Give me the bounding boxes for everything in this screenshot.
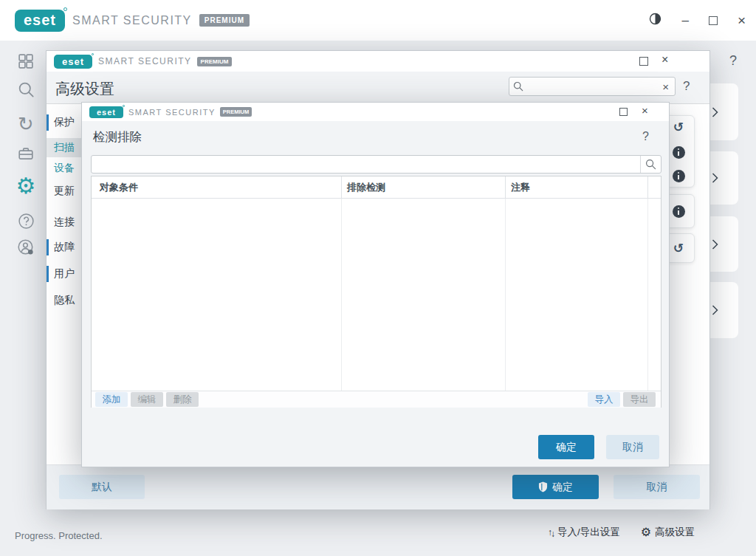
sidebar-item-tools[interactable]: 工 (16, 145, 35, 165)
column-header-detection[interactable]: 排除检测 (347, 181, 385, 194)
close-button[interactable]: × (738, 13, 746, 27)
advanced-window-header: 高级设置 × ? (47, 72, 709, 104)
advanced-window-titlebar: eset SMART SECURITY PREMIUM × (47, 51, 709, 72)
delete-button: 删除 (166, 392, 199, 407)
import-export-settings-link[interactable]: ↑↓ 导入/导出设置 (548, 526, 620, 539)
dialog-title: 检测排除 (93, 129, 142, 145)
info-icon (673, 170, 685, 182)
eset-logo: eset (15, 10, 65, 32)
refresh-icon: ↻ (18, 113, 34, 136)
sidebar-item-account[interactable]: E (16, 239, 35, 258)
chevron-right-icon (711, 238, 719, 250)
settings-search-box: × (509, 77, 676, 96)
main-titlebar: eset SMART SECURITY PREMIUM – × (0, 0, 756, 41)
shield-icon (538, 481, 548, 492)
exclusions-table: 对象条件 排除检测 注释 添加 编辑 删除 导入 导出 (91, 176, 662, 408)
advanced-setup-link[interactable]: ⚙ 高级设置 (641, 525, 695, 539)
search-icon[interactable] (640, 156, 661, 173)
exclusions-toolbar: 添加 编辑 删除 导入 导出 (92, 391, 661, 408)
modified-indicator (47, 266, 49, 282)
modified-indicator (47, 239, 49, 255)
sidebar-item-update[interactable]: ↻ 更 (16, 114, 35, 134)
add-button[interactable]: 添加 (95, 392, 128, 407)
statusbar-actions: ↑↓ 导入/导出设置 ⚙ 高级设置 (548, 525, 695, 539)
export-button: 导出 (623, 392, 656, 407)
detection-exclusions-dialog: eset SMART SECURITY PREMIUM × 检测排除 ? 对象条… (81, 102, 670, 467)
ok-button[interactable]: 确定 (538, 435, 594, 459)
sidebar-item-overview[interactable]: 概 (16, 53, 35, 72)
search-icon (509, 81, 527, 92)
chevron-right-icon (711, 172, 719, 184)
toolbox-icon (18, 145, 34, 165)
user-icon (17, 238, 35, 259)
premium-badge: PREMIUM (220, 107, 252, 117)
info-icon (673, 205, 685, 218)
column-divider (505, 199, 506, 391)
contrast-toggle-icon[interactable] (649, 13, 662, 28)
eset-app: eset SMART SECURITY PREMIUM – × 概 计 (0, 0, 756, 556)
eset-logo-text: eset (24, 12, 56, 29)
undo-icon: ↺ (673, 241, 684, 255)
search-icon (18, 81, 35, 101)
undo-icon: ↺ (673, 120, 684, 134)
close-button[interactable]: × (662, 54, 668, 66)
help-button[interactable]: ? (683, 79, 690, 94)
cancel-button[interactable]: 取消 (614, 475, 700, 499)
premium-badge: PREMIUM (197, 57, 233, 66)
exclusions-search-input[interactable] (92, 156, 640, 173)
ok-button[interactable]: 确定 (512, 475, 599, 499)
column-divider (647, 176, 648, 199)
edit-button: 编辑 (131, 392, 163, 407)
dialog-titlebar: eset SMART SECURITY PREMIUM × (82, 103, 669, 121)
page-title: 高级设置 (55, 79, 114, 99)
column-divider (647, 199, 648, 391)
column-divider (505, 176, 506, 199)
dashboard-icon (18, 54, 33, 72)
column-header-comment[interactable]: 注释 (511, 181, 530, 194)
gear-icon: ⚙ (641, 525, 651, 539)
exclusions-search-box (91, 155, 662, 174)
maximize-button[interactable] (619, 108, 628, 116)
cancel-button[interactable]: 取消 (606, 435, 659, 459)
column-divider (341, 199, 342, 391)
help-button[interactable]: ? (642, 130, 649, 143)
registered-mark-icon (63, 7, 67, 11)
brand-name: SMART SECURITY (72, 14, 192, 27)
eset-logo: eset (89, 106, 123, 118)
column-header-object[interactable]: 对象条件 (100, 181, 138, 194)
import-button[interactable]: 导入 (588, 392, 620, 407)
maximize-button[interactable] (709, 16, 718, 25)
default-button[interactable]: 默认 (59, 475, 145, 499)
clear-search-icon[interactable]: × (656, 80, 675, 93)
column-divider (341, 176, 342, 199)
premium-badge: PREMIUM (199, 14, 250, 27)
maximize-button[interactable] (639, 57, 648, 66)
modified-indicator (47, 114, 49, 131)
advanced-setup-label: 高级设置 (655, 526, 695, 539)
sidebar-item-help[interactable]: 帮 (16, 213, 35, 232)
registered-mark-icon (123, 105, 125, 107)
brand-name: SMART SECURITY (98, 56, 192, 66)
question-circle-icon (18, 213, 35, 233)
sidebar-item-setup[interactable]: ⚙ 设 (16, 176, 35, 196)
minimize-button[interactable]: – (681, 14, 688, 27)
status-text: Progress. Protected. (15, 530, 103, 541)
info-icon (673, 146, 685, 159)
page-help-button[interactable]: ? (729, 53, 737, 69)
chevron-right-icon (711, 106, 719, 118)
chevron-right-icon (711, 304, 719, 316)
brand-name: SMART SECURITY (128, 108, 216, 117)
table-header: 对象条件 排除检测 注释 (92, 176, 661, 199)
close-button[interactable]: × (642, 105, 648, 116)
advanced-window-footer: 默认 确定 取消 (47, 464, 709, 509)
import-export-label: 导入/导出设置 (557, 526, 620, 539)
sidebar-item-computer-scan[interactable]: 计 (16, 81, 35, 100)
settings-search-input[interactable] (527, 78, 656, 95)
registered-mark-icon (92, 53, 94, 55)
gear-icon: ⚙ (16, 175, 36, 197)
eset-logo: eset (54, 55, 92, 69)
import-export-icon: ↑↓ (548, 527, 554, 538)
